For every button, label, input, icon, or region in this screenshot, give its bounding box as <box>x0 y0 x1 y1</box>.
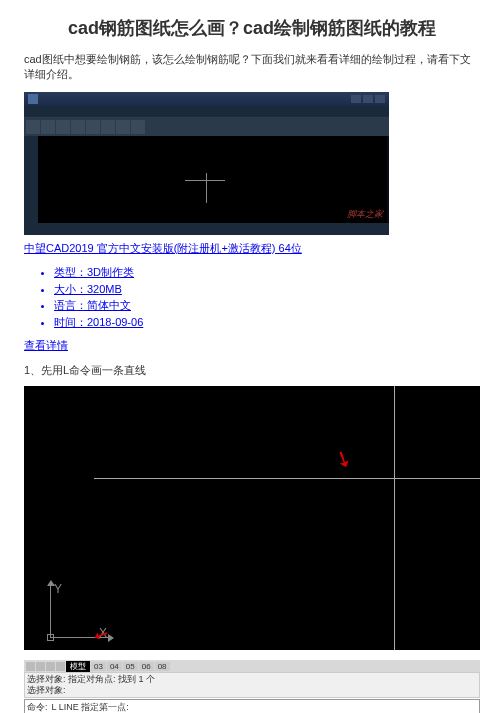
cad-step1-screenshot: ➘ Y X ➘ <box>24 386 480 650</box>
meta-lang-value: 简体中文 <box>87 299 131 311</box>
ribbon-button <box>101 120 115 134</box>
crosshair-vertical <box>394 386 395 650</box>
command-label: 命令: <box>27 701 48 713</box>
cad-ribbon <box>24 118 389 136</box>
ribbon-button <box>56 120 70 134</box>
meta-type-value: 3D制作类 <box>87 266 134 278</box>
meta-lang[interactable]: 语言：简体中文 <box>54 297 480 314</box>
ribbon-button <box>41 120 55 134</box>
cad-statusbar <box>24 223 389 235</box>
minimize-icon <box>351 95 361 103</box>
cad-logo-icon <box>28 94 38 104</box>
close-icon <box>375 95 385 103</box>
download-link[interactable]: 中望CAD2019 官方中文安装版(附注册机+激活教程) 64位 <box>24 241 480 256</box>
ucs-origin-box <box>47 634 54 641</box>
command-history-line: 选择对象: <box>27 685 477 696</box>
tab-layout-04[interactable]: 04 <box>107 662 122 671</box>
meta-time[interactable]: 时间：2018-09-06 <box>54 314 480 331</box>
ribbon-button <box>86 120 100 134</box>
tab-layout-06[interactable]: 06 <box>139 662 154 671</box>
tab-prev-icon[interactable] <box>36 662 45 671</box>
layout-tabbar: 模型 03 04 05 06 08 <box>24 660 480 672</box>
meta-size-label: 大小： <box>54 283 87 295</box>
command-input-row[interactable]: 命令: L LINE 指定第一点: <box>24 699 480 713</box>
cad-canvas <box>38 136 387 223</box>
tab-last-icon[interactable] <box>56 662 65 671</box>
command-history-line: 选择对象: 指定对角点: 找到 1 个 <box>27 674 477 685</box>
ribbon-button <box>131 120 145 134</box>
meta-time-value: 2018-09-06 <box>87 316 143 328</box>
command-history: 选择对象: 指定对角点: 找到 1 个 选择对象: <box>24 672 480 698</box>
ucs-y-arrowhead-icon <box>47 580 55 586</box>
drawn-line-horizontal <box>94 478 480 479</box>
meta-type-label: 类型： <box>54 266 87 278</box>
crosshair-vertical <box>206 173 207 203</box>
axis-y-label: Y <box>54 582 62 596</box>
tab-model[interactable]: 模型 <box>66 661 90 672</box>
cad-left-toolbar <box>24 136 38 223</box>
meta-type[interactable]: 类型：3D制作类 <box>54 264 480 281</box>
tab-layout-05[interactable]: 05 <box>123 662 138 671</box>
meta-size-value: 320MB <box>87 283 122 295</box>
meta-time-label: 时间： <box>54 316 87 328</box>
step-1-text: 1、先用L命令画一条直线 <box>24 363 480 378</box>
command-input-text: L LINE 指定第一点: <box>52 701 477 713</box>
tab-next-icon[interactable] <box>46 662 55 671</box>
ucs-y-axis <box>50 584 51 638</box>
ribbon-button <box>26 120 40 134</box>
watermark-text: 脚本之家 <box>347 208 383 221</box>
tab-layout-03[interactable]: 03 <box>91 662 106 671</box>
cad-app-screenshot: 脚本之家 <box>24 92 389 235</box>
tab-layout-08[interactable]: 08 <box>155 662 170 671</box>
ribbon-button <box>116 120 130 134</box>
meta-lang-label: 语言： <box>54 299 87 311</box>
tab-first-icon[interactable] <box>26 662 35 671</box>
intro-text: cad图纸中想要绘制钢筋，该怎么绘制钢筋呢？下面我们就来看看详细的绘制过程，请看… <box>24 52 480 82</box>
meta-size[interactable]: 大小：320MB <box>54 281 480 298</box>
red-arrow-annotation-2: ➘ <box>88 624 114 647</box>
ribbon-button <box>71 120 85 134</box>
maximize-icon <box>363 95 373 103</box>
red-arrow-annotation: ➘ <box>329 443 356 474</box>
view-details-link[interactable]: 查看详情 <box>24 338 480 353</box>
cad-menubar <box>24 106 389 118</box>
cad-titlebar <box>24 92 389 106</box>
software-meta-list: 类型：3D制作类 大小：320MB 语言：简体中文 时间：2018-09-06 <box>24 264 480 330</box>
page-title: cad钢筋图纸怎么画？cad绘制钢筋图纸的教程 <box>24 16 480 40</box>
